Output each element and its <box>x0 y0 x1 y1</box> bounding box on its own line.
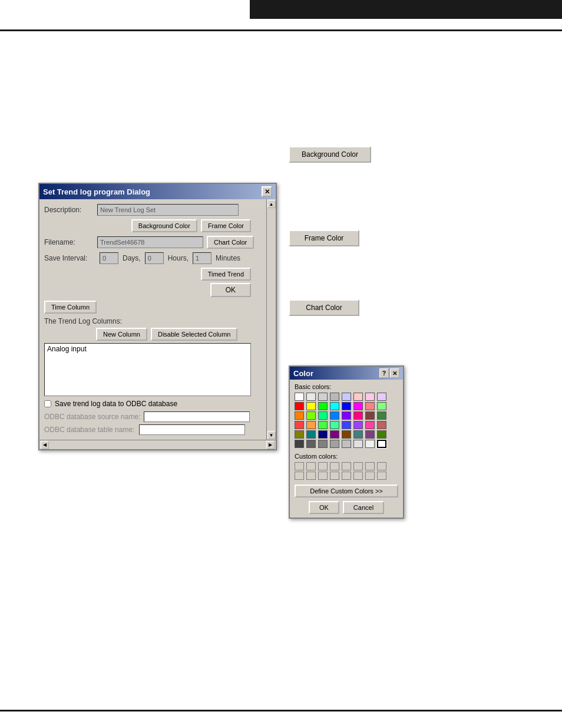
basic-color-swatch[interactable] <box>306 393 316 401</box>
basic-color-swatch[interactable] <box>353 393 363 401</box>
basic-color-swatch[interactable] <box>377 430 386 439</box>
custom-color-swatch[interactable] <box>365 462 375 470</box>
basic-color-swatch[interactable] <box>342 421 351 429</box>
basic-color-swatch[interactable] <box>342 430 351 439</box>
basic-color-swatch[interactable] <box>318 440 328 448</box>
basic-color-swatch[interactable] <box>365 440 375 448</box>
basic-color-swatch[interactable] <box>342 440 351 448</box>
custom-color-swatch[interactable] <box>306 472 316 480</box>
basic-color-swatch[interactable] <box>365 430 375 439</box>
basic-color-swatch[interactable] <box>330 430 339 439</box>
trend-columns-label: The Trend Log Columns: <box>44 317 263 325</box>
custom-color-swatch[interactable] <box>377 462 386 470</box>
basic-color-swatch[interactable] <box>330 393 339 401</box>
basic-color-swatch[interactable] <box>330 440 339 448</box>
basic-color-swatch[interactable] <box>377 402 386 410</box>
frame-color-button[interactable]: Frame Color <box>289 230 359 246</box>
basic-color-swatch[interactable] <box>318 402 328 410</box>
dialog-background-color-button[interactable]: Background Color <box>131 219 197 232</box>
basic-color-swatch[interactable] <box>377 411 386 420</box>
basic-color-swatch[interactable] <box>295 421 304 429</box>
custom-color-swatch[interactable] <box>318 462 328 470</box>
basic-color-swatch[interactable] <box>377 440 386 448</box>
basic-color-swatch[interactable] <box>365 421 375 429</box>
top-rule <box>0 29 562 31</box>
basic-color-swatch[interactable] <box>353 411 363 420</box>
hours-input[interactable] <box>145 252 164 264</box>
basic-color-swatch[interactable] <box>365 402 375 410</box>
scroll-left-arrow[interactable]: ◀ <box>41 441 49 449</box>
custom-colors-label: Custom colors: <box>295 453 398 460</box>
background-color-button[interactable]: Background Color <box>289 146 371 163</box>
basic-color-swatch[interactable] <box>318 421 328 429</box>
basic-color-swatch[interactable] <box>295 393 304 401</box>
basic-colors-grid <box>295 393 398 448</box>
custom-color-swatch[interactable] <box>295 472 304 480</box>
custom-color-swatch[interactable] <box>342 472 351 480</box>
basic-color-swatch[interactable] <box>365 411 375 420</box>
time-column-button[interactable]: Time Column <box>44 301 97 314</box>
custom-color-swatch[interactable] <box>353 462 363 470</box>
custom-color-swatch[interactable] <box>330 472 339 480</box>
minutes-input[interactable] <box>193 252 211 264</box>
filename-input[interactable] <box>97 236 203 248</box>
dialog-chart-color-button[interactable]: Chart Color <box>207 236 254 249</box>
basic-color-swatch[interactable] <box>330 411 339 420</box>
custom-color-swatch[interactable] <box>377 472 386 480</box>
dialog-close-button[interactable]: ✕ <box>262 186 272 197</box>
scroll-right-arrow[interactable]: ▶ <box>266 441 275 449</box>
basic-color-swatch[interactable] <box>342 411 351 420</box>
basic-color-swatch[interactable] <box>306 430 316 439</box>
new-column-button[interactable]: New Column <box>96 328 147 341</box>
days-input[interactable] <box>100 252 118 264</box>
timed-trend-button[interactable]: Timed Trend <box>201 268 251 281</box>
dialog-frame-color-button[interactable]: Frame Color <box>201 219 251 232</box>
basic-color-swatch[interactable] <box>377 393 386 401</box>
basic-color-swatch[interactable] <box>342 402 351 410</box>
basic-color-swatch[interactable] <box>353 402 363 410</box>
basic-color-swatch[interactable] <box>318 393 328 401</box>
basic-color-swatch[interactable] <box>365 393 375 401</box>
odbc-checkbox[interactable] <box>44 400 51 407</box>
basic-color-swatch[interactable] <box>342 393 351 401</box>
color-cancel-button[interactable]: Cancel <box>343 501 384 514</box>
basic-color-swatch[interactable] <box>295 402 304 410</box>
disable-column-button[interactable]: Disable Selected Column <box>151 328 238 341</box>
columns-list[interactable]: Analog input <box>44 343 251 396</box>
basic-color-swatch[interactable] <box>330 402 339 410</box>
basic-color-swatch[interactable] <box>330 421 339 429</box>
scroll-up-arrow[interactable]: ▲ <box>267 200 276 208</box>
color-dialog-titlebar: Color ? ✕ <box>290 367 403 380</box>
custom-color-swatch[interactable] <box>342 462 351 470</box>
odbc-table-input[interactable] <box>139 424 245 435</box>
basic-color-swatch[interactable] <box>353 440 363 448</box>
ok-button[interactable]: OK <box>210 283 251 297</box>
basic-color-swatch[interactable] <box>306 440 316 448</box>
custom-color-swatch[interactable] <box>330 462 339 470</box>
odbc-source-input[interactable] <box>144 411 250 422</box>
basic-color-swatch[interactable] <box>377 421 386 429</box>
basic-color-swatch[interactable] <box>295 430 304 439</box>
basic-color-swatch[interactable] <box>306 402 316 410</box>
custom-color-swatch[interactable] <box>353 472 363 480</box>
basic-color-swatch[interactable] <box>353 421 363 429</box>
basic-color-swatch[interactable] <box>306 411 316 420</box>
color-close-button[interactable]: ✕ <box>390 368 399 378</box>
basic-color-swatch[interactable] <box>318 411 328 420</box>
description-input[interactable] <box>97 204 239 216</box>
basic-color-swatch[interactable] <box>353 430 363 439</box>
custom-color-swatch[interactable] <box>318 472 328 480</box>
basic-color-swatch[interactable] <box>295 411 304 420</box>
basic-color-swatch[interactable] <box>306 421 316 429</box>
scroll-down-arrow[interactable]: ▼ <box>267 431 276 439</box>
color-ok-button[interactable]: OK <box>309 501 339 514</box>
basic-color-swatch[interactable] <box>295 440 304 448</box>
basic-color-swatch[interactable] <box>318 430 328 439</box>
custom-color-swatch[interactable] <box>306 462 316 470</box>
define-custom-colors-button[interactable]: Define Custom Colors >> <box>295 485 398 498</box>
custom-color-swatch[interactable] <box>295 462 304 470</box>
odbc-source-row: ODBC database source name: <box>44 411 263 422</box>
chart-color-button[interactable]: Chart Color <box>289 299 359 316</box>
custom-color-swatch[interactable] <box>365 472 375 480</box>
color-help-button[interactable]: ? <box>379 368 389 378</box>
